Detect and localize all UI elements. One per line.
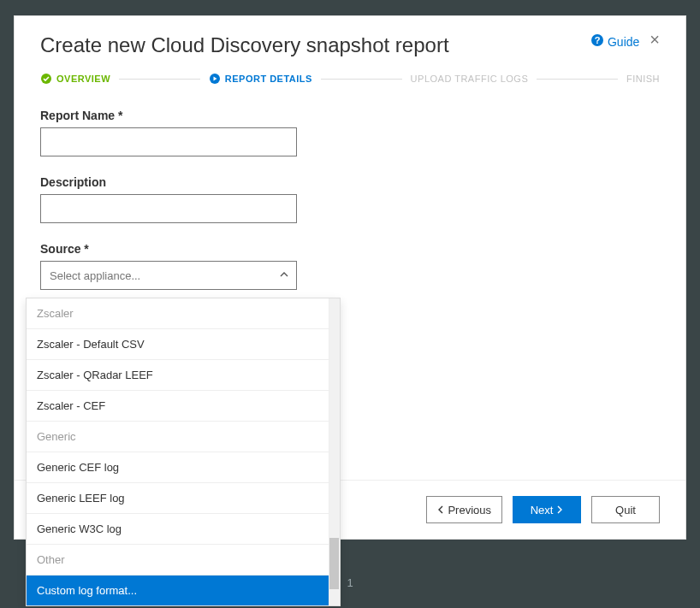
scrollbar-track[interactable] [329,298,340,605]
help-icon: ? [590,33,604,50]
svg-text:?: ? [595,35,601,45]
step-upload-logs: UPLOAD TRAFFIC LOGS [411,74,529,84]
button-label: Next [531,504,554,517]
step-separator [321,79,402,80]
play-circle-icon [209,73,221,85]
wizard-stepper: OVERVIEW REPORT DETAILS UPLOAD TRAFFIC L… [40,73,660,85]
dropdown-group-header: Other [27,545,340,576]
report-name-input[interactable] [40,127,297,156]
dialog-title: Create new Cloud Discovery snapshot repo… [40,33,449,57]
description-label: Description [40,175,660,189]
step-label: REPORT DETAILS [225,74,312,84]
step-separator [537,79,618,80]
button-label: Previous [448,504,491,517]
dropdown-option[interactable]: Zscaler - CEF [27,391,340,422]
select-placeholder: Select appliance... [50,269,140,282]
dropdown-option[interactable]: Zscaler - Default CSV [27,329,340,360]
scrollbar-thumb[interactable] [329,538,339,589]
description-group: Description [40,175,660,223]
quit-button[interactable]: Quit [591,496,660,523]
source-select[interactable]: Select appliance... [40,261,297,290]
previous-button[interactable]: Previous [426,496,502,523]
dropdown-option[interactable]: Zscaler - QRadar LEEF [27,360,340,391]
next-button[interactable]: Next [513,496,581,523]
dropdown-option[interactable]: Generic W3C log [27,514,340,545]
source-dropdown: ZscalerZscaler - Default CSVZscaler - QR… [26,298,341,606]
source-label: Source * [40,242,660,256]
step-label: FINISH [626,74,660,84]
source-group: Source * Select appliance... [40,242,660,290]
button-label: Quit [615,504,636,517]
step-report-details[interactable]: REPORT DETAILS [209,73,312,85]
guide-label: Guide [608,35,639,49]
chevron-right-icon [556,504,563,517]
dialog-header: Create new Cloud Discovery snapshot repo… [40,33,660,57]
close-icon[interactable]: × [650,31,660,48]
step-overview[interactable]: OVERVIEW [40,73,110,85]
check-circle-icon [40,73,52,85]
chevron-left-icon [437,504,444,517]
chevron-up-icon [279,269,289,282]
dropdown-option[interactable]: Custom log format... [27,576,340,605]
report-name-group: Report Name * [40,109,660,156]
guide-link[interactable]: ? Guide [590,33,639,50]
description-input[interactable] [40,194,297,223]
dropdown-group-header: Zscaler [27,298,340,329]
step-separator [119,79,200,80]
step-finish: FINISH [626,74,660,84]
dropdown-option[interactable]: Generic CEF log [27,452,340,483]
step-label: OVERVIEW [56,74,110,84]
report-name-label: Report Name * [40,109,660,122]
step-label: UPLOAD TRAFFIC LOGS [411,74,529,84]
dropdown-group-header: Generic [27,422,340,452]
dropdown-option[interactable]: Generic LEEF log [27,483,340,514]
